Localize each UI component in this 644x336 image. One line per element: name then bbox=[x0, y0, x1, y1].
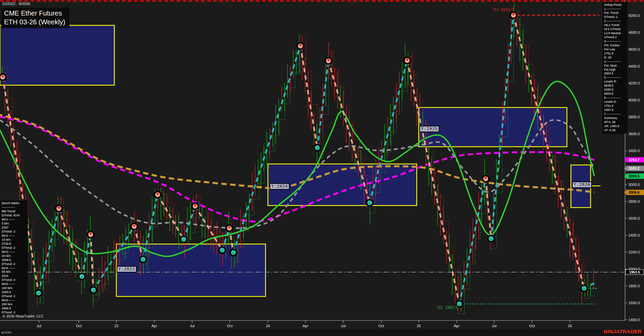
time-axis-label: Oct bbox=[227, 324, 232, 328]
year-range-box bbox=[419, 107, 567, 147]
price-level-tag: 3293.7 bbox=[624, 157, 644, 163]
time-axis-label: Apr bbox=[302, 324, 308, 328]
chart-title-line1: CME Ether Futures bbox=[4, 9, 65, 18]
price-axis-label: 4200.0 bbox=[628, 81, 644, 85]
year-label-chip: Y:2023 bbox=[117, 266, 137, 272]
time-axis-label: Oct bbox=[76, 324, 82, 328]
trail-stop-green bbox=[584, 293, 594, 298]
time-axis-label: 24 bbox=[266, 324, 270, 328]
time-axis-label: Apr bbox=[151, 324, 157, 328]
price-level-tag: 3191.2 bbox=[624, 166, 644, 171]
resistance-level-label: R1: 5004.0 bbox=[493, 7, 514, 12]
chart-window: 15/2022 - 9/2026 CME Ether Futures ETH 0… bbox=[0, 0, 644, 336]
support-level-label: S1: 1587.5 bbox=[437, 305, 458, 310]
price-axis-label: 1800.0 bbox=[628, 284, 644, 288]
time-axis-label: Oct bbox=[378, 324, 384, 328]
copyright-text: © 2026 NinjaTrader, LLC bbox=[2, 314, 43, 318]
time-axis-label: 26 bbox=[568, 324, 572, 328]
price-axis-label: 2200.0 bbox=[628, 250, 644, 254]
price-axis-label: 3800.0 bbox=[628, 115, 644, 119]
price-axis-label: 1400.0 bbox=[628, 318, 644, 322]
price-chart-canvas[interactable] bbox=[0, 0, 644, 336]
price-axis-label: 1600.0 bbox=[628, 301, 644, 305]
chart-title: CME Ether Futures ETH 03-26 (Weekly) bbox=[1, 8, 69, 28]
swing-pivots-panel: Swing Pivots 1.-------------- Pvt. Trend… bbox=[602, 2, 627, 134]
time-axis-label: Jul bbox=[341, 324, 346, 328]
year-range-box bbox=[0, 25, 114, 85]
price-axis-label: 4800.0 bbox=[628, 30, 644, 34]
workspace-tab[interactable]: W ETH bbox=[1, 331, 11, 334]
price-level-tag: 1963.5 bbox=[625, 269, 644, 275]
bench-marks-panel: Bench Marks ------------- BM Trend: DTre… bbox=[0, 200, 28, 316]
status-strip bbox=[0, 330, 644, 336]
trail-stop-red bbox=[300, 37, 317, 138]
time-axis-label: Apr bbox=[454, 324, 459, 328]
year-range-box bbox=[116, 244, 266, 296]
price-axis-label: 4000.0 bbox=[628, 98, 644, 102]
price-axis-label: 3000.0 bbox=[628, 183, 644, 187]
price-level-tag: 3099.5 bbox=[624, 173, 644, 179]
ninjatrader-logo: NINJATRADER bbox=[604, 329, 642, 335]
year-label-chip: Y:2026 bbox=[572, 182, 592, 188]
year-label-chip: Y:2024 bbox=[270, 183, 290, 190]
time-axis-label: 23 bbox=[114, 324, 118, 328]
chart-title-line2: ETH 03-26 (Weekly) bbox=[4, 18, 65, 26]
price-axis-label: 2800.0 bbox=[628, 199, 644, 203]
time-axis-label: Oct bbox=[529, 324, 535, 328]
time-axis-label: Jul bbox=[492, 324, 497, 328]
price-axis-label: 5000.0 bbox=[628, 14, 644, 18]
time-axis-label: 25 bbox=[417, 324, 421, 328]
price-level-tag: 2906.6 bbox=[624, 190, 644, 195]
price-axis-label: 2600.0 bbox=[628, 216, 644, 220]
price-axis-label: 3400.0 bbox=[628, 149, 644, 153]
price-axis-label: 4600.0 bbox=[628, 47, 644, 51]
date-range: 15/2022 - 9/2026 bbox=[2, 2, 30, 6]
price-axis-label: 4400.0 bbox=[628, 64, 644, 68]
time-axis-label: Jul bbox=[190, 324, 194, 328]
price-axis-label: 2400.0 bbox=[628, 233, 644, 237]
year-label-chip: Y:2025 bbox=[419, 126, 439, 132]
time-axis-label: Jul bbox=[37, 324, 41, 328]
price-axis-label: 3600.0 bbox=[628, 132, 644, 136]
